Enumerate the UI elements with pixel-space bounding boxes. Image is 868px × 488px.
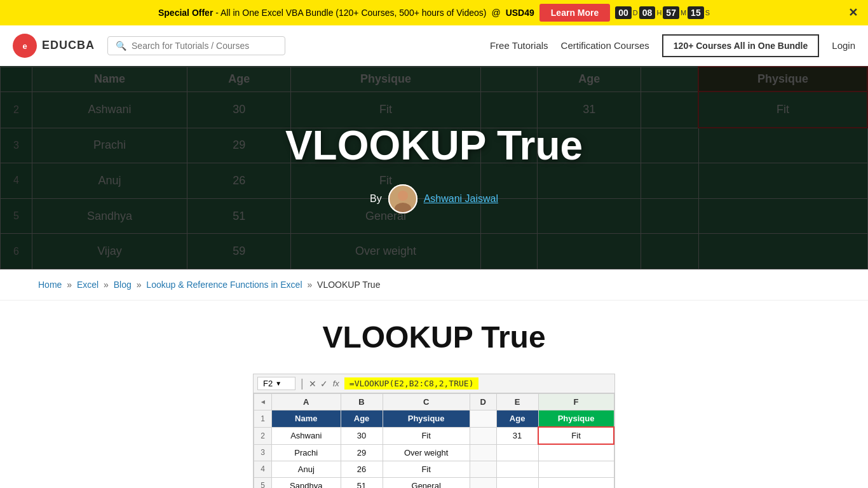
hours-label: H (656, 9, 661, 17)
article-content: VLOOKUP True F2 ▼ | ✕ ✓ fx =VLOOKUP(E2,B… (148, 301, 720, 488)
header-f-physique: Physique (538, 410, 614, 428)
fx-label: fx (333, 379, 339, 388)
breadcrumb-home[interactable]: Home (38, 280, 62, 290)
col-c-header: C (383, 394, 470, 410)
row4-e-age (496, 461, 538, 477)
close-banner-button[interactable]: ✕ (848, 6, 858, 20)
top-banner: Special Offer - All in One Excel VBA Bun… (0, 0, 868, 25)
row3-d (470, 444, 496, 461)
svg-point-3 (398, 191, 408, 201)
col-b-header: B (341, 394, 383, 410)
row3-name: Prachi (272, 444, 341, 461)
bundle-link[interactable]: 120+ Courses All in One Bundle (662, 34, 819, 57)
by-label: By (370, 193, 382, 205)
formula-value: =VLOOKUP(E2,B2:C8,2,TRUE) (344, 377, 479, 390)
row5-d (470, 477, 496, 488)
seconds-value: 15 (688, 6, 704, 19)
logo-icon: e (13, 34, 37, 58)
excel-spreadsheet: F2 ▼ | ✕ ✓ fx =VLOOKUP(E2,B2:C8,2,TRUE) … (253, 374, 615, 488)
breadcrumb: Home » Excel » Blog » Lookup & Reference… (0, 269, 868, 301)
at-symbol: @ (491, 8, 500, 18)
formula-pipe: | (301, 377, 304, 390)
header-e-age: Age (496, 410, 538, 428)
formula-icons: ✕ ✓ (309, 379, 328, 389)
row4-name: Anuj (272, 461, 341, 477)
main-wrapper: ← → VLOOKUP True F2 ▼ | ✕ ✓ fx =VLOOKUP(… (0, 301, 868, 488)
article-title: VLOOKUP True (161, 320, 707, 355)
row4-d (470, 461, 496, 477)
breadcrumb-sep1: » (67, 280, 74, 290)
minutes-label: M (681, 9, 686, 17)
certification-courses-link[interactable]: Certification Courses (561, 40, 649, 51)
row3-physique: Over weight (383, 444, 470, 461)
breadcrumb-sep4: » (307, 280, 315, 290)
cell-ref-dropdown-icon: ▼ (275, 380, 281, 387)
offer-message: - All in One Excel VBA Bundle (120+ Cour… (215, 8, 486, 18)
author-avatar-svg (388, 184, 417, 214)
days-value: 00 (615, 6, 632, 19)
col-e-header: E (496, 394, 538, 410)
row3-e-age (496, 444, 538, 461)
login-link[interactable]: Login (832, 40, 855, 51)
row4-age: 26 (341, 461, 383, 477)
search-bar[interactable]: 🔍 (107, 36, 285, 55)
free-tutorials-link[interactable]: Free Tutorials (490, 40, 548, 51)
row5-age: 51 (341, 477, 383, 488)
hero-title: VLOOKUP True (285, 122, 583, 169)
offer-text: Special Offer - All in One Excel VBA Bun… (158, 8, 486, 18)
row-2-num: 2 (254, 427, 272, 444)
col-arrow: ◂ (254, 394, 272, 410)
row2-name: Ashwani (272, 427, 341, 444)
hero-section: Name Age Physique Age Physique 2 Ashwani… (0, 66, 868, 269)
breadcrumb-blog[interactable]: Blog (114, 280, 132, 290)
header-age: Age (341, 410, 383, 428)
row5-name: Sandhya (272, 477, 341, 488)
col-f-header: F (538, 394, 614, 410)
logo-text: EDUCBA (42, 39, 95, 52)
special-offer-label: Special Offer (158, 8, 213, 18)
svg-text:e: e (22, 41, 27, 51)
excel-table: ◂ A B C D E F 1 Name Age Physique (254, 393, 614, 488)
days-label: D (633, 9, 638, 17)
author-link[interactable]: Ashwani Jaiswal (424, 193, 498, 205)
row4-f-physique (538, 461, 614, 477)
confirm-icon: ✓ (320, 379, 328, 389)
row2-physique: Fit (383, 427, 470, 444)
cell-ref-value: F2 (263, 379, 273, 388)
hero-content: VLOOKUP True By Ashwani Jaiswal (285, 122, 583, 214)
row3-age: 29 (341, 444, 383, 461)
row-4-num: 4 (254, 461, 272, 477)
search-icon: 🔍 (116, 41, 126, 51)
row2-e-age: 31 (496, 427, 538, 444)
hours-value: 08 (639, 6, 656, 19)
breadcrumb-excel[interactable]: Excel (77, 280, 98, 290)
cell-ref-box: F2 ▼ (257, 377, 295, 390)
cancel-icon: ✕ (309, 379, 316, 389)
row5-f-physique (538, 477, 614, 488)
search-input[interactable] (132, 41, 277, 51)
minutes-value: 57 (663, 6, 679, 19)
seconds-label: S (705, 9, 710, 17)
row2-d (470, 427, 496, 444)
row-5-num: 5 (254, 477, 272, 488)
breadcrumb-sep2: » (104, 280, 111, 290)
row2-f-physique: Fit (538, 427, 614, 444)
row3-f-physique (538, 444, 614, 461)
header-physique: Physique (383, 410, 470, 428)
hero-author: By Ashwani Jaiswal (285, 184, 583, 214)
row-3-num: 3 (254, 444, 272, 461)
row5-e-age (496, 477, 538, 488)
formula-bar: F2 ▼ | ✕ ✓ fx =VLOOKUP(E2,B2:C8,2,TRUE) (254, 374, 614, 393)
nav-links: Free Tutorials Certification Courses 120… (490, 34, 855, 57)
price-text: USD49 (506, 8, 534, 18)
col-a-header: A (272, 394, 341, 410)
educba-logo-svg: e (18, 39, 32, 53)
learn-more-button[interactable]: Learn More (539, 4, 610, 22)
countdown-timer: 00D 08H 57M 15S (615, 6, 710, 19)
logo-link[interactable]: e EDUCBA (13, 34, 95, 58)
header-empty-d (470, 410, 496, 428)
row5-physique: General (383, 477, 470, 488)
col-d-header: D (470, 394, 496, 410)
row2-age: 30 (341, 427, 383, 444)
breadcrumb-lookup[interactable]: Lookup & Reference Functions in Excel (146, 280, 302, 290)
